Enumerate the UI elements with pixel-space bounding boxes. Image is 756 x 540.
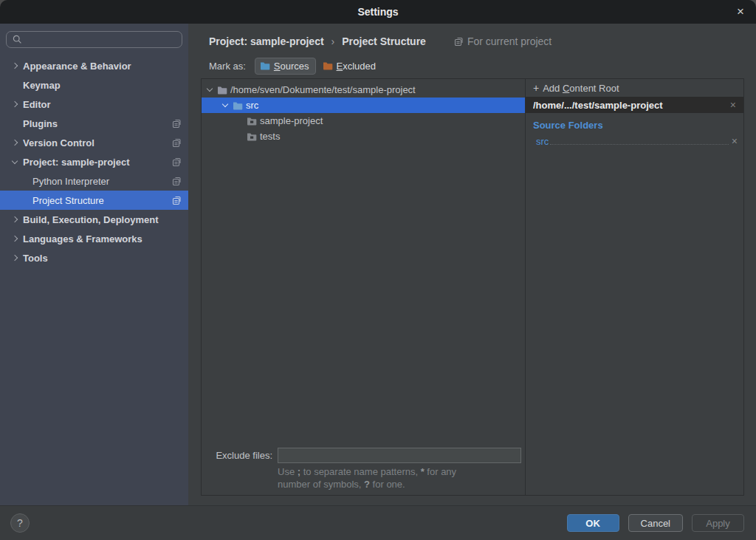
- sidebar-item-label: Languages & Frameworks: [23, 233, 142, 245]
- content-root-path: /home/.../test/sample-project: [533, 100, 729, 111]
- sidebar-item-label: Plugins: [23, 118, 58, 129]
- per-project-icon: [172, 138, 182, 148]
- sidebar-item-label: Build, Execution, Deployment: [23, 214, 158, 225]
- context-note: For current project: [454, 35, 551, 47]
- add-content-root-button[interactable]: + Add Content Root: [526, 79, 743, 97]
- search-input[interactable]: [27, 34, 177, 45]
- mark-sources-button[interactable]: Sources: [255, 58, 316, 75]
- tree-row-content-root[interactable]: /home/sven/Dokumente/test/sample-project: [202, 82, 525, 98]
- sidebar-item-project-structure[interactable]: Project Structure: [0, 191, 188, 210]
- content-root-pane: + Add Content Root /home/.../test/sample…: [526, 79, 743, 495]
- mark-excluded-button[interactable]: Excluded: [317, 58, 382, 75]
- settings-window: Settings × Appearance & Behavior Keymap: [0, 0, 756, 540]
- exclude-files-hint: Use ; to separate name patterns, * for a…: [278, 465, 525, 491]
- chevron-right-icon: [12, 236, 18, 242]
- tree-row-label: /home/sven/Dokumente/test/sample-project: [230, 84, 416, 95]
- folder-icon: [217, 86, 227, 95]
- per-project-icon: [172, 177, 182, 186]
- breadcrumb: Project: sample-project › Project Struct…: [201, 24, 744, 53]
- sidebar-item-build-execution-deployment[interactable]: Build, Execution, Deployment: [0, 210, 188, 229]
- source-folder-item-src[interactable]: src ×: [536, 134, 738, 147]
- plus-icon: +: [533, 82, 539, 94]
- content-root-row[interactable]: /home/.../test/sample-project ×: [526, 97, 743, 113]
- exclude-files-section: Exclude files: Use ; to separate name pa…: [202, 448, 525, 495]
- folder-icon: [247, 117, 257, 126]
- content-roots-panel: /home/sven/Dokumente/test/sample-project…: [201, 78, 744, 496]
- question-icon: ?: [17, 517, 23, 529]
- excluded-folder-icon: [323, 61, 333, 70]
- tree-row-label: src: [246, 100, 258, 111]
- exclude-files-label: Exclude files:: [202, 450, 272, 461]
- settings-nav: Appearance & Behavior Keymap Editor Plug…: [0, 56, 188, 505]
- help-button[interactable]: ?: [10, 513, 30, 533]
- sidebar-item-project[interactable]: Project: sample-project: [0, 152, 188, 171]
- remove-content-root-icon[interactable]: ×: [729, 99, 738, 111]
- source-folders-heading: Source Folders: [533, 120, 743, 131]
- sidebar-item-tools[interactable]: Tools: [0, 248, 188, 267]
- sidebar-item-plugins[interactable]: Plugins: [0, 114, 188, 133]
- mark-as-label: Mark as:: [209, 61, 246, 72]
- per-project-icon: [172, 119, 182, 129]
- apply-button[interactable]: Apply: [692, 514, 744, 532]
- per-project-icon: [172, 196, 182, 205]
- settings-sidebar: Appearance & Behavior Keymap Editor Plug…: [0, 24, 188, 505]
- chevron-right-icon: [12, 140, 18, 146]
- sidebar-item-label: Appearance & Behavior: [23, 61, 131, 72]
- dotted-leader: [550, 144, 728, 145]
- sidebar-item-keymap[interactable]: Keymap: [0, 75, 188, 95]
- sources-folder-icon: [260, 61, 270, 70]
- remove-source-folder-icon[interactable]: ×: [732, 135, 738, 147]
- tree-row-sample-project[interactable]: sample-project: [202, 113, 525, 129]
- chevron-right-icon: [12, 216, 18, 222]
- sidebar-item-label: Project Structure: [32, 195, 104, 206]
- chevron-down-icon: [222, 101, 228, 107]
- tree-row-label: tests: [260, 131, 280, 142]
- sidebar-item-label: Tools: [23, 253, 48, 264]
- tree-row-label: sample-project: [260, 115, 323, 126]
- sidebar-item-label: Editor: [23, 99, 51, 110]
- mark-as-toolbar: Mark as: Sources Excluded: [201, 53, 744, 78]
- sidebar-item-label: Version Control: [23, 137, 94, 148]
- chevron-down-icon: [207, 86, 213, 92]
- search-icon: [13, 35, 22, 44]
- chevron-right-icon: [12, 255, 18, 261]
- directory-tree: /home/sven/Dokumente/test/sample-project…: [202, 79, 525, 448]
- source-folder-name: src: [536, 136, 549, 147]
- tree-row-tests[interactable]: tests: [202, 129, 525, 144]
- source-folder-icon: [233, 101, 243, 110]
- dialog-footer: ? OK Cancel Apply: [0, 505, 756, 540]
- folder-icon: [247, 132, 257, 141]
- sidebar-item-label: Python Interpreter: [32, 176, 109, 187]
- exclude-files-input[interactable]: [278, 448, 521, 463]
- chevron-down-icon: [12, 157, 18, 163]
- directory-tree-pane: /home/sven/Dokumente/test/sample-project…: [202, 79, 526, 495]
- chevron-right-icon: [12, 63, 18, 69]
- window-title: Settings: [357, 6, 398, 18]
- sidebar-item-editor[interactable]: Editor: [0, 95, 188, 114]
- sidebar-item-python-interpreter[interactable]: Python Interpreter: [0, 171, 188, 191]
- sidebar-item-label: Project: sample-project: [23, 157, 130, 168]
- close-icon[interactable]: ×: [732, 4, 749, 20]
- chevron-right-icon: [12, 101, 18, 107]
- project-structure-panel: Project: sample-project › Project Struct…: [188, 24, 756, 505]
- breadcrumb-separator-icon: ›: [331, 35, 335, 47]
- search-box[interactable]: [6, 31, 182, 48]
- cancel-button[interactable]: Cancel: [628, 514, 683, 532]
- context-note-label: For current project: [467, 35, 551, 47]
- sidebar-item-appearance-behavior[interactable]: Appearance & Behavior: [0, 56, 188, 75]
- per-project-icon: [172, 157, 182, 167]
- sidebar-item-languages-frameworks[interactable]: Languages & Frameworks: [0, 229, 188, 248]
- breadcrumb-page: Project Structure: [342, 35, 426, 47]
- tree-row-src[interactable]: src: [202, 98, 525, 113]
- per-project-icon: [454, 37, 464, 47]
- breadcrumb-project[interactable]: Project: sample-project: [209, 35, 324, 47]
- titlebar: Settings ×: [0, 0, 756, 24]
- ok-button[interactable]: OK: [567, 514, 619, 532]
- sidebar-item-label: Keymap: [23, 80, 61, 91]
- sidebar-item-version-control[interactable]: Version Control: [0, 133, 188, 152]
